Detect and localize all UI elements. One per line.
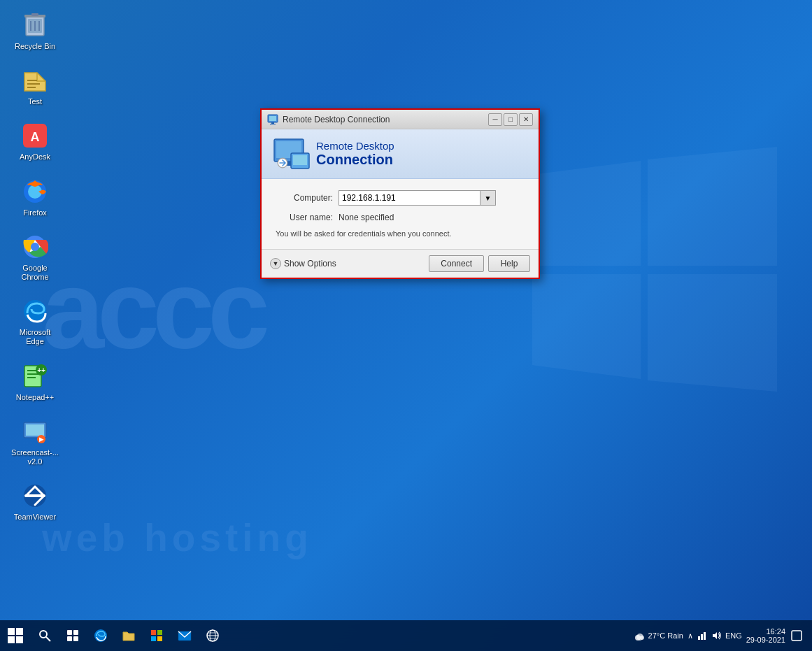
svg-rect-53 <box>151 630 156 635</box>
taskbar-explorer-button[interactable] <box>116 623 141 648</box>
svg-rect-7 <box>31 13 38 16</box>
teamviewer-icon[interactable]: TeamViewer <box>7 478 63 526</box>
dialog-header-line2: Connection <box>316 152 394 168</box>
notification-icon <box>791 630 802 641</box>
titlebar-buttons: ─ □ ✕ <box>488 113 533 126</box>
task-view-button[interactable] <box>60 623 85 648</box>
svg-rect-49 <box>73 630 78 635</box>
svg-rect-11 <box>27 80 37 81</box>
show-options-button[interactable]: ▼ Show Options <box>270 258 336 269</box>
search-icon <box>38 629 51 642</box>
google-chrome-image <box>21 233 49 261</box>
webhosting-watermark: web hosting <box>42 515 313 560</box>
system-tray[interactable]: ∧ <box>688 631 693 641</box>
weather-icon <box>634 630 646 641</box>
language-display[interactable]: ENG <box>725 631 742 640</box>
anydesk-image: A <box>21 122 49 150</box>
dialog-body: Computer: ▼ User name: None specified Yo… <box>262 179 539 249</box>
svg-rect-67 <box>701 634 703 640</box>
help-button[interactable]: Help <box>488 255 530 272</box>
svg-marker-0 <box>532 161 641 266</box>
notification-center-button[interactable] <box>790 629 804 643</box>
notepadpp-label: Notepad++ <box>16 393 54 402</box>
dialog-title: Remote Desktop Connection <box>283 115 390 124</box>
taskbar-network-button[interactable] <box>200 623 225 648</box>
svg-rect-50 <box>67 636 72 641</box>
taskbar-mail-icon <box>178 629 192 643</box>
credentials-note: You will be asked for credentials when y… <box>276 229 525 238</box>
clock-display[interactable]: 16:24 29-09-2021 <box>746 627 785 644</box>
teamviewer-image <box>21 482 49 510</box>
svg-point-20 <box>31 243 39 251</box>
svg-rect-34 <box>269 116 276 121</box>
svg-rect-51 <box>73 636 78 641</box>
dialog-titlebar: Remote Desktop Connection ─ □ ✕ <box>262 110 539 129</box>
task-view-icon <box>66 629 79 642</box>
taskbar-edge-icon <box>94 629 108 643</box>
microsoft-edge-label: Microsoft Edge <box>11 328 59 346</box>
accc-watermark: accc <box>42 245 263 373</box>
network-tray[interactable] <box>697 631 707 641</box>
test-image <box>21 66 49 94</box>
username-row: User name: None specified <box>276 213 525 222</box>
anydesk-label: AnyDesk <box>20 152 50 162</box>
volume-tray[interactable] <box>711 631 721 641</box>
desktop-icons: Recycle Bin Test A AnyDesk <box>7 7 63 526</box>
taskbar-store-button[interactable] <box>144 623 169 648</box>
weather-display[interactable]: 27°C Rain <box>634 630 683 641</box>
computer-dropdown-arrow[interactable]: ▼ <box>480 191 495 205</box>
google-chrome-icon[interactable]: Google Chrome <box>7 229 63 286</box>
test-icon[interactable]: Test <box>7 62 63 110</box>
show-options-icon: ▼ <box>270 258 281 269</box>
titlebar-rdp-icon <box>267 114 278 125</box>
computer-input[interactable] <box>339 193 480 203</box>
svg-rect-55 <box>151 636 156 641</box>
search-button[interactable] <box>32 623 57 648</box>
recycle-bin-icon[interactable]: Recycle Bin <box>7 7 63 55</box>
notepadpp-image: ++ <box>21 362 49 390</box>
footer-buttons: Connect Help <box>429 255 530 272</box>
microsoft-edge-image <box>21 297 49 325</box>
maximize-button[interactable]: □ <box>504 113 518 126</box>
firefox-label: Firefox <box>23 208 47 217</box>
svg-text:A: A <box>31 130 40 144</box>
svg-line-47 <box>46 637 50 641</box>
dialog-header-text: Remote Desktop Connection <box>316 140 394 168</box>
computer-dropdown[interactable]: ▼ <box>339 190 496 206</box>
taskbar-network-icon <box>206 629 220 643</box>
dialog-footer: ▼ Show Options Connect Help <box>262 249 539 278</box>
dialog-header: Remote Desktop Connection <box>262 129 539 179</box>
time-text: 16:24 <box>746 627 785 636</box>
svg-point-46 <box>40 631 47 638</box>
temperature-text: 27°C Rain <box>648 631 683 640</box>
dialog-header-line1: Remote Desktop <box>316 140 394 152</box>
taskbar-edge-button[interactable] <box>88 623 113 648</box>
tray-expand[interactable]: ∧ <box>688 631 693 641</box>
svg-rect-36 <box>270 124 276 124</box>
notepadpp-icon[interactable]: ++ Notepad++ <box>7 358 63 406</box>
connect-button[interactable]: Connect <box>429 255 484 272</box>
taskbar-mail-button[interactable] <box>172 623 197 648</box>
test-label: Test <box>28 97 42 106</box>
svg-rect-48 <box>67 630 72 635</box>
computer-label: Computer: <box>276 193 339 203</box>
start-button[interactable] <box>3 623 28 648</box>
teamviewer-label: TeamViewer <box>14 513 56 522</box>
svg-point-65 <box>640 636 644 640</box>
firefox-icon[interactable]: Firefox <box>7 173 63 222</box>
microsoft-edge-icon[interactable]: Microsoft Edge <box>7 293 63 350</box>
anydesk-icon[interactable]: A AnyDesk <box>7 117 63 166</box>
show-options-label: Show Options <box>284 259 336 269</box>
recycle-bin-label: Recycle Bin <box>15 42 55 51</box>
minimize-button[interactable]: ─ <box>488 113 502 126</box>
screencast-icon[interactable]: ▶ Screencast-... v2.0 <box>7 413 63 471</box>
svg-rect-66 <box>698 636 700 640</box>
recycle-bin-image <box>21 11 49 39</box>
language-text: ENG <box>725 631 742 640</box>
google-chrome-label: Google Chrome <box>11 264 59 282</box>
username-value: None specified <box>339 213 394 222</box>
svg-marker-2 <box>532 274 641 379</box>
windows-logo <box>8 628 23 643</box>
close-button[interactable]: ✕ <box>519 113 533 126</box>
taskbar-store-icon <box>150 629 164 643</box>
